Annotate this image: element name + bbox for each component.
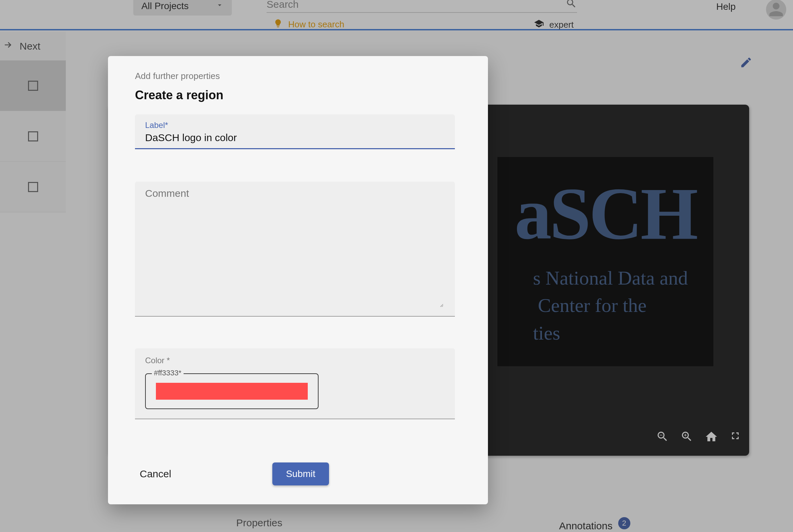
submit-button[interactable]: Submit bbox=[272, 462, 329, 486]
resize-handle-icon[interactable] bbox=[438, 302, 443, 308]
label-field[interactable]: Label* bbox=[135, 114, 455, 149]
cancel-button[interactable]: Cancel bbox=[140, 468, 171, 480]
label-field-tag: Label* bbox=[145, 120, 445, 130]
create-region-dialog: Add further properties Create a region L… bbox=[108, 56, 488, 504]
comment-textarea[interactable] bbox=[145, 188, 445, 311]
color-picker[interactable] bbox=[145, 373, 318, 409]
dialog-subheading: Add further properties bbox=[135, 71, 461, 81]
color-field: Color * #ff3333* bbox=[135, 348, 455, 419]
color-hex-label: #ff3333* bbox=[152, 368, 183, 377]
comment-field[interactable] bbox=[135, 182, 455, 317]
color-field-label: Color * bbox=[145, 356, 445, 365]
dialog-title: Create a region bbox=[135, 88, 461, 102]
label-input[interactable] bbox=[145, 132, 445, 144]
color-swatch[interactable] bbox=[156, 383, 308, 400]
dialog-actions: Cancel Submit bbox=[135, 462, 461, 486]
